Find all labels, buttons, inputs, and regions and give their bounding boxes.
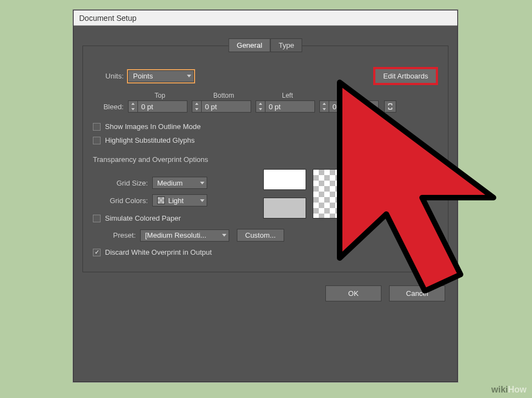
preset-value: [Medium Resoluti...: [145, 231, 218, 239]
highlight-glyphs-row[interactable]: Highlight Substituted Glyphs: [93, 136, 438, 144]
swatch-gray[interactable]: [263, 198, 306, 218]
chevron-down-icon: [200, 199, 204, 202]
tab-general[interactable]: General: [229, 38, 270, 52]
chevron-up-icon[interactable]: [192, 101, 201, 106]
grid-size-value: Medium: [157, 179, 196, 187]
grid-colors-value: Light: [168, 197, 196, 205]
units-label: Units:: [93, 72, 124, 80]
link-values-icon[interactable]: [384, 100, 396, 113]
tab-type[interactable]: Type: [270, 38, 302, 52]
watermark-how: How: [508, 385, 527, 394]
chevron-up-icon[interactable]: [129, 101, 137, 106]
grid-colors-dropdown[interactable]: Light: [152, 194, 207, 206]
dialog-content: General Type Units: Points Edit Artboard…: [74, 26, 457, 310]
ok-button[interactable]: OK: [325, 285, 381, 301]
stepper-buttons[interactable]: [192, 100, 202, 113]
grid-colors-label: Grid Colors:: [93, 197, 148, 205]
tab-bar: General Type: [229, 38, 302, 52]
cancel-button[interactable]: Cancel: [389, 285, 445, 301]
watermark: wikiHow: [491, 385, 527, 395]
bleed-bottom-value[interactable]: 0 pt: [202, 100, 251, 113]
bleed-right-input[interactable]: 0 pt: [319, 100, 379, 113]
watermark-wiki: wiki: [491, 385, 508, 394]
discard-white-row[interactable]: ✓ Discard White Overprint in Output: [93, 248, 438, 256]
units-dropdown[interactable]: Points: [128, 70, 194, 82]
swatch-icon: [157, 197, 165, 204]
checkbox-unchecked-icon[interactable]: [93, 215, 101, 222]
discard-white-label: Discard White Overprint in Output: [105, 248, 212, 256]
bleed-headers: Top Bottom Left Right: [128, 92, 438, 99]
bleed-left-value[interactable]: 0 pt: [265, 100, 315, 113]
preset-row: Preset: [Medium Resoluti... Custom...: [93, 229, 438, 242]
highlight-glyphs-label: Highlight Substituted Glyphs: [105, 136, 195, 144]
dialog-footer: OK Cancel: [82, 285, 448, 301]
edit-artboards-button[interactable]: Edit Artboards: [373, 67, 438, 85]
bleed-top-value[interactable]: 0 pt: [138, 100, 187, 113]
chevron-up-icon[interactable]: [256, 101, 265, 106]
chevron-down-icon[interactable]: [256, 106, 265, 112]
dialog-title: Document Setup: [74, 10, 457, 26]
simulate-paper-label: Simulate Colored Paper: [105, 214, 181, 222]
chevron-down-icon: [200, 182, 204, 184]
units-row: Units: Points Edit Artboards: [93, 67, 438, 85]
checkbox-checked-icon[interactable]: ✓: [93, 249, 101, 256]
checkbox-unchecked-icon[interactable]: [93, 123, 101, 131]
chevron-down-icon: [187, 75, 191, 77]
document-setup-dialog: Document Setup General Type Units: Point…: [73, 10, 458, 382]
bleed-left-input[interactable]: 0 pt: [256, 100, 315, 113]
preset-dropdown[interactable]: [Medium Resoluti...: [140, 229, 229, 242]
bleed-row: Bleed: 0 pt 0 pt 0 pt 0 pt: [93, 100, 438, 113]
checkerboard-preview: [313, 169, 367, 218]
general-panel: General Type Units: Points Edit Artboard…: [82, 46, 448, 272]
bleed-right-label: Right: [319, 92, 383, 99]
stepper-buttons[interactable]: [128, 100, 138, 113]
chevron-down-icon[interactable]: [320, 106, 329, 112]
swatch-white[interactable]: [263, 169, 306, 190]
grid-section: Grid Size: Medium Grid Colors: Light: [93, 169, 438, 256]
bleed-bottom-label: Bottom: [192, 92, 256, 99]
transparency-preview: [263, 169, 367, 218]
bleed-left-label: Left: [256, 92, 319, 99]
show-images-outline-label: Show Images In Outline Mode: [105, 122, 201, 131]
stepper-buttons[interactable]: [256, 100, 265, 113]
chevron-down-icon[interactable]: [192, 106, 201, 112]
checkbox-unchecked-icon[interactable]: [93, 137, 101, 144]
chevron-down-icon: [222, 234, 226, 237]
bleed-top-input[interactable]: 0 pt: [128, 100, 187, 113]
custom-button[interactable]: Custom...: [237, 229, 284, 242]
bleed-top-label: Top: [128, 92, 192, 99]
units-value: Points: [133, 72, 182, 80]
transparency-section-label: Transparency and Overprint Options: [93, 155, 438, 164]
color-swatches: [263, 169, 306, 218]
bleed-right-value[interactable]: 0 pt: [329, 100, 379, 113]
show-images-outline-row[interactable]: Show Images In Outline Mode: [93, 122, 438, 131]
preset-label: Preset:: [93, 231, 136, 239]
grid-size-label: Grid Size:: [93, 179, 148, 187]
chevron-down-icon[interactable]: [129, 106, 137, 112]
grid-size-dropdown[interactable]: Medium: [152, 177, 207, 189]
bleed-label: Bleed:: [93, 103, 124, 111]
chevron-up-icon[interactable]: [320, 101, 329, 106]
stepper-buttons[interactable]: [319, 100, 329, 113]
bleed-bottom-input[interactable]: 0 pt: [192, 100, 251, 113]
